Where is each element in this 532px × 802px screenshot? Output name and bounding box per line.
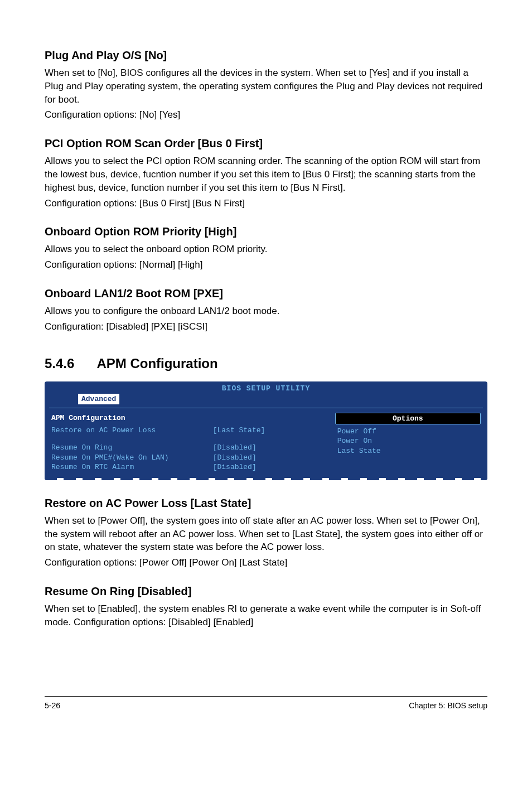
heading-plug-and-play: Plug And Play O/S [No] (45, 49, 487, 62)
bios-sub-header: APM Configuration (51, 413, 328, 426)
bios-label: Resume On Ring (51, 443, 213, 453)
bios-panel: BIOS SETUP UTILITY Advanced APM Configur… (45, 381, 487, 480)
bios-label: Restore on AC Power Loss (51, 426, 213, 436)
bios-option-power-off[interactable]: Power Off (335, 427, 481, 437)
page-number: 5-26 (45, 701, 60, 710)
config-pci-option-rom: Configuration options: [Bus 0 First] [Bu… (45, 197, 487, 210)
bios-label: Resume On RTC Alarm (51, 462, 213, 472)
config-onboard-rom-priority: Configuration options: [Normal] [High] (45, 258, 487, 272)
config-plug-and-play: Configuration options: [No] [Yes] (45, 108, 487, 122)
heading-restore-ac: Restore on AC Power Loss [Last State] (45, 497, 487, 510)
heading-onboard-lan-boot: Onboard LAN1/2 Boot ROM [PXE] (45, 287, 487, 300)
body-plug-and-play: When set to [No], BIOS configures all th… (45, 66, 487, 106)
bios-options-header: Options (335, 413, 481, 424)
heading-onboard-rom-priority: Onboard Option ROM Priority [High] (45, 225, 487, 238)
bios-value: [Disabled] (213, 443, 328, 453)
page-footer: 5-26 Chapter 5: BIOS setup (45, 696, 487, 710)
bios-title: BIOS SETUP UTILITY (45, 381, 487, 394)
body-restore-ac: When set to [Power Off], the system goes… (45, 514, 487, 554)
subsection-title: 5.4.6APM Configuration (45, 356, 487, 371)
bios-row-resume-pme[interactable]: Resume On PME#(Wake On LAN) [Disabled] (51, 453, 328, 463)
bios-right-pane: Options Power Off Power On Last State (335, 410, 487, 472)
bios-tab-row: Advanced (45, 394, 487, 408)
subsection-number: 5.4.6 (45, 356, 74, 371)
bios-row-resume-rtc[interactable]: Resume On RTC Alarm [Disabled] (51, 462, 328, 472)
bios-option-power-on[interactable]: Power On (335, 436, 481, 446)
chapter-label: Chapter 5: BIOS setup (409, 701, 487, 710)
subsection-name: APM Configuration (96, 356, 217, 371)
bios-option-last-state[interactable]: Last State (335, 446, 481, 456)
body-onboard-rom-priority: Allows you to select the onboard option … (45, 243, 487, 256)
bios-label: Resume On PME#(Wake On LAN) (51, 453, 213, 463)
bios-bottom-border (45, 478, 487, 480)
body-onboard-lan-boot: Allows you to configure the onboard LAN1… (45, 305, 487, 318)
config-onboard-lan-boot: Configuration: [Disabled] [PXE] [iSCSI] (45, 320, 487, 334)
bios-value: [Disabled] (213, 453, 328, 463)
bios-left-pane: APM Configuration Restore on AC Power Lo… (45, 410, 335, 472)
heading-resume-ring: Resume On Ring [Disabled] (45, 585, 487, 598)
body-pci-option-rom: Allows you to select the PCI option ROM … (45, 154, 487, 194)
config-restore-ac: Configuration options: [Power Off] [Powe… (45, 556, 487, 569)
bios-value: [Last State] (213, 426, 328, 436)
bios-content: APM Configuration Restore on AC Power Lo… (45, 408, 487, 478)
bios-spacer (51, 435, 328, 443)
bios-row-resume-ring[interactable]: Resume On Ring [Disabled] (51, 443, 328, 453)
bios-tab-advanced[interactable]: Advanced (78, 394, 119, 404)
heading-pci-option-rom: PCI Option ROM Scan Order [Bus 0 First] (45, 137, 487, 150)
body-resume-ring: When set to [Enabled], the system enable… (45, 602, 487, 629)
bios-row-restore-ac[interactable]: Restore on AC Power Loss [Last State] (51, 426, 328, 436)
bios-value: [Disabled] (213, 462, 328, 472)
